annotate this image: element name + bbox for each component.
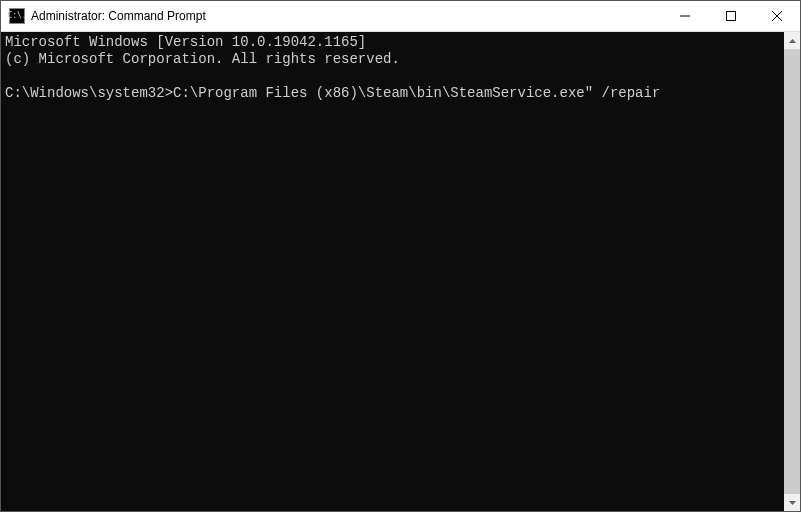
vertical-scrollbar[interactable]: [784, 32, 800, 511]
scroll-down-button[interactable]: [784, 494, 800, 511]
prompt: C:\Windows\system32>: [5, 85, 173, 101]
svg-rect-1: [727, 12, 736, 21]
app-icon-text: C:\.: [7, 12, 26, 20]
maximize-icon: [726, 11, 736, 21]
chevron-up-icon: [789, 39, 796, 43]
minimize-icon: [680, 11, 690, 21]
scroll-up-button[interactable]: [784, 32, 800, 49]
command-prompt-window: C:\. Administrator: Command Prompt: [0, 0, 801, 512]
maximize-button[interactable]: [708, 1, 754, 31]
app-icon: C:\.: [9, 8, 25, 24]
scrollbar-track[interactable]: [784, 49, 800, 494]
client-area: Microsoft Windows [Version 10.0.19042.11…: [1, 32, 800, 511]
close-button[interactable]: [754, 1, 800, 31]
titlebar[interactable]: C:\. Administrator: Command Prompt: [1, 1, 800, 32]
scrollbar-thumb[interactable]: [784, 49, 800, 494]
minimize-button[interactable]: [662, 1, 708, 31]
command-input[interactable]: C:\Program Files (x86)\Steam\bin\SteamSe…: [173, 85, 660, 101]
close-icon: [772, 11, 782, 21]
copyright-line: (c) Microsoft Corporation. All rights re…: [5, 51, 400, 67]
version-line: Microsoft Windows [Version 10.0.19042.11…: [5, 34, 366, 50]
chevron-down-icon: [789, 501, 796, 505]
window-controls: [662, 1, 800, 31]
window-title: Administrator: Command Prompt: [31, 9, 206, 23]
prompt-line: C:\Windows\system32>C:\Program Files (x8…: [5, 85, 660, 101]
terminal-output[interactable]: Microsoft Windows [Version 10.0.19042.11…: [1, 32, 784, 511]
